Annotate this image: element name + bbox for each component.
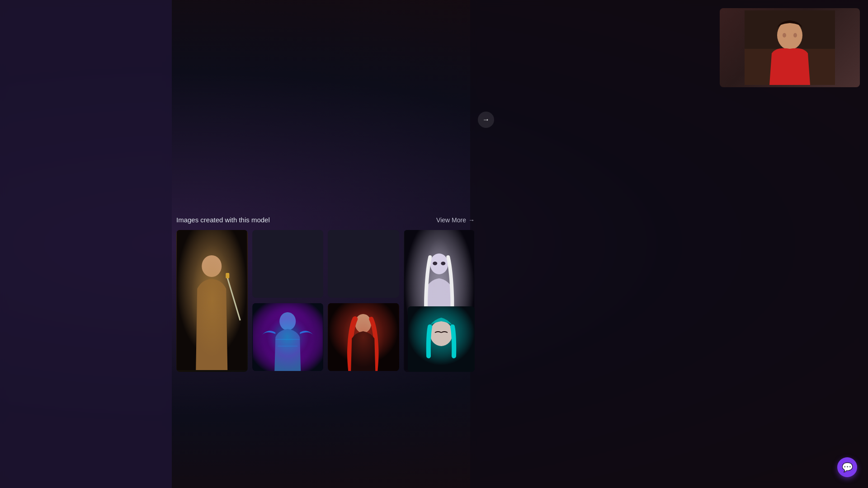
svg-rect-27	[253, 303, 323, 371]
gallery-item-6[interactable]	[328, 303, 399, 371]
svg-point-34	[355, 314, 371, 333]
webcam-feed	[720, 8, 860, 87]
webcam-overlay	[720, 8, 860, 87]
svg-point-37	[430, 321, 453, 346]
svg-rect-28	[253, 303, 323, 371]
person-silhouette	[745, 10, 835, 85]
view-more-arrow: →	[468, 216, 475, 224]
svg-point-26	[441, 262, 445, 265]
view-more-link[interactable]: View More →	[436, 216, 475, 224]
svg-point-25	[433, 262, 437, 265]
gallery-header: Images created with this model View More…	[176, 216, 475, 224]
chat-button[interactable]: 💬	[837, 457, 857, 477]
gallery-item-3	[328, 230, 399, 298]
svg-point-19	[202, 255, 222, 277]
gallery-title: Images created with this model	[176, 216, 270, 224]
gallery-section: Images created with this model View More…	[176, 216, 475, 372]
svg-point-3	[783, 33, 786, 38]
bg-blur-left	[0, 0, 172, 488]
gallery-item-2	[252, 230, 324, 298]
svg-rect-21	[226, 273, 229, 278]
svg-rect-18	[177, 230, 247, 370]
svg-point-4	[793, 33, 797, 38]
chat-icon-symbol: 💬	[842, 462, 853, 473]
gallery-item-5[interactable]	[252, 303, 324, 371]
svg-point-29	[279, 312, 296, 330]
gallery-item-1[interactable]	[176, 230, 248, 372]
svg-point-2	[777, 21, 802, 50]
gallery-item-teal[interactable]	[408, 306, 475, 372]
arrow-icon: →	[482, 116, 490, 124]
svg-point-24	[430, 253, 448, 274]
next-arrow[interactable]: →	[478, 112, 494, 128]
svg-rect-33	[328, 303, 398, 371]
